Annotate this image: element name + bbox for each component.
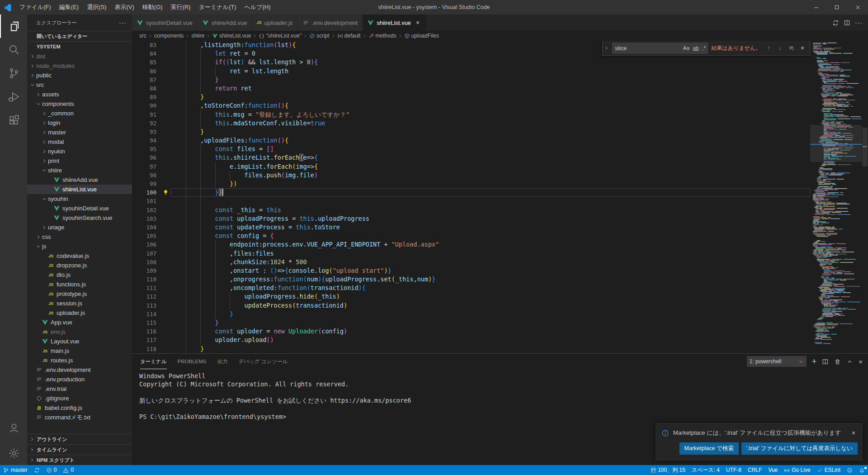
breadcrumb-components[interactable]: components bbox=[154, 33, 184, 39]
tree-item-syouhinDetail.vue[interactable]: syouhinDetail.vue bbox=[27, 204, 132, 213]
code-line-95[interactable]: 95 const files = [] bbox=[132, 145, 810, 153]
close-panel-icon[interactable]: × bbox=[859, 358, 863, 365]
code-line-87[interactable]: 87 } bbox=[132, 76, 810, 84]
tree-item-print[interactable]: print bbox=[27, 156, 132, 166]
sidebar-section-0[interactable]: アウトライン bbox=[27, 434, 132, 444]
tab-uploader.js[interactable]: JS uploader.js bbox=[252, 14, 297, 31]
tree-item-assets[interactable]: assets bbox=[27, 90, 132, 99]
code-line-89[interactable]: 89 } bbox=[132, 93, 810, 101]
tree-item-.env.development[interactable]: .env.development bbox=[27, 365, 132, 375]
tree-item-routes.js[interactable]: JSroutes.js bbox=[27, 356, 132, 365]
sync-editors-icon[interactable] bbox=[832, 19, 839, 26]
encoding[interactable]: UTF-8 bbox=[723, 465, 745, 475]
warnings-count[interactable]: 0 bbox=[60, 465, 77, 475]
sync-status[interactable] bbox=[31, 465, 43, 475]
editor-more-actions-icon[interactable]: ··· bbox=[855, 19, 863, 26]
match-case-toggle[interactable]: Aa bbox=[682, 45, 691, 51]
tree-item-.env.trial[interactable]: .env.trial bbox=[27, 384, 132, 394]
tree-item-dist[interactable]: dist bbox=[27, 52, 132, 61]
tree-item-js[interactable]: js bbox=[27, 242, 132, 251]
tree-item-prototype.js[interactable]: JSprototype.js bbox=[27, 289, 132, 299]
tree-item-public[interactable]: public bbox=[27, 71, 132, 80]
sidebar-section-2[interactable]: NPM スクリプト bbox=[27, 455, 132, 465]
code-line-102[interactable]: 102 const _this = this bbox=[132, 206, 810, 214]
code-line-112[interactable]: 112 uploadProgress.hide(_this) bbox=[132, 292, 810, 301]
tree-item-syouhinSearch.vue[interactable]: syouhinSearch.vue bbox=[27, 213, 132, 223]
code-line-118[interactable]: 118 } bbox=[132, 345, 810, 353]
tree-item-master[interactable]: master bbox=[27, 128, 132, 137]
code-line-99[interactable]: 99 }) bbox=[132, 180, 810, 188]
tree-item-login[interactable]: login bbox=[27, 118, 132, 128]
code-line-93[interactable]: 93 } bbox=[132, 128, 810, 136]
tree-item-.env.production[interactable]: .env.production bbox=[27, 375, 132, 384]
code-line-116[interactable]: 116 const uploder = new Uploader(config) bbox=[132, 327, 810, 336]
code-line-90[interactable]: 90 ,toStoreConf:function(){ bbox=[132, 101, 810, 110]
activity-account[interactable] bbox=[0, 416, 27, 440]
breadcrumb-script[interactable]: script bbox=[309, 33, 330, 39]
explorer-more-actions-icon[interactable]: ··· bbox=[119, 19, 127, 26]
code-line-91[interactable]: 91 this.msg = "登録します。よろしいですか？" bbox=[132, 110, 810, 119]
menu-item-4[interactable]: 移動(G) bbox=[138, 0, 167, 14]
close-find-icon[interactable]: × bbox=[798, 43, 807, 52]
code-editor[interactable]: 83 ,listLength:function(lst){ 84 let ret… bbox=[132, 41, 868, 353]
sidebar-section-1[interactable]: タイムライン bbox=[27, 444, 132, 455]
menu-item-2[interactable]: 選択(S) bbox=[83, 0, 110, 14]
kill-terminal-icon[interactable] bbox=[834, 358, 841, 365]
root-folder-section[interactable]: YSYSTEM bbox=[27, 41, 132, 52]
code-line-105[interactable]: 105 const config = { bbox=[132, 232, 810, 240]
code-line-104[interactable]: 104 const updateProcess = this.toStore bbox=[132, 223, 810, 232]
panel-tab-出力[interactable]: 出力 bbox=[217, 354, 228, 369]
menu-item-3[interactable]: 表示(V) bbox=[111, 0, 138, 14]
code-line-108[interactable]: 108 ,chunkSize:1024 * 500 bbox=[132, 258, 810, 266]
activity-search[interactable] bbox=[0, 38, 27, 62]
tree-item-modal[interactable]: modal bbox=[27, 137, 132, 147]
split-editor-icon[interactable] bbox=[844, 19, 850, 26]
activity-run-debug[interactable] bbox=[0, 85, 27, 109]
cursor-position[interactable]: 行 100、列 15 bbox=[648, 465, 689, 475]
new-terminal-icon[interactable]: + bbox=[812, 357, 817, 366]
tree-item-.gitignore[interactable]: .gitignore bbox=[27, 394, 132, 403]
code-line-114[interactable]: 114 } bbox=[132, 310, 810, 318]
tree-item-commandメモ.txt[interactable]: commandメモ.txt bbox=[27, 413, 132, 422]
indentation[interactable]: スペース: 4 bbox=[689, 465, 723, 475]
split-terminal-icon[interactable] bbox=[822, 358, 829, 365]
dont-show-again-button[interactable]: '.trial' ファイルに対しては再度表示しない bbox=[741, 442, 858, 455]
find-in-selection-icon[interactable] bbox=[787, 43, 796, 52]
code-line-98[interactable]: 98 files.push(img.file) bbox=[132, 171, 810, 180]
terminal-shell-select[interactable]: 1: powershell bbox=[747, 356, 807, 367]
tab-shiireList.vue[interactable]: shiireList.vue × bbox=[363, 14, 427, 31]
tree-item-babel.config.js[interactable]: Bbabel.config.js bbox=[27, 403, 132, 413]
code-line-96[interactable]: 96 this.shiireList.forEach(e=>{ bbox=[132, 153, 810, 162]
tree-item-shiire[interactable]: shiire bbox=[27, 166, 132, 175]
tree-item-components[interactable]: components bbox=[27, 99, 132, 109]
language-mode[interactable]: Vue bbox=[765, 465, 781, 475]
tree-item-env.js[interactable]: JSenv.js bbox=[27, 327, 132, 337]
close-tab-icon[interactable]: × bbox=[414, 19, 422, 27]
close-notification-icon[interactable]: × bbox=[849, 429, 858, 437]
feedback[interactable] bbox=[844, 465, 856, 475]
panel-tab-ターミナル[interactable]: ターミナル bbox=[140, 354, 167, 369]
tree-item-functions.js[interactable]: JSfunctions.js bbox=[27, 280, 132, 289]
tree-item-dto.js[interactable]: JSdto.js bbox=[27, 270, 132, 280]
tree-item-uriage[interactable]: uriage bbox=[27, 223, 132, 232]
code-line-103[interactable]: 103 const uploadProgress = this.uploadPr… bbox=[132, 214, 810, 223]
menu-item-7[interactable]: ヘルプ(H) bbox=[241, 0, 275, 14]
code-line-101[interactable]: 101 bbox=[132, 197, 810, 205]
tree-item-syouhin[interactable]: syouhin bbox=[27, 194, 132, 204]
minimize-button[interactable] bbox=[806, 0, 826, 14]
tab-shiireAdd.vue[interactable]: shiireAdd.vue bbox=[198, 14, 252, 31]
close-button[interactable] bbox=[847, 0, 868, 14]
code-line-106[interactable]: 106 endpoint:process.env.VUE_APP_API_END… bbox=[132, 240, 810, 249]
regex-toggle[interactable]: .* bbox=[701, 45, 708, 51]
menu-item-5[interactable]: 実行(R) bbox=[167, 0, 195, 14]
breadcrumb-shiireList.vue[interactable]: {}"shiireList.vue" bbox=[259, 33, 302, 39]
code-line-88[interactable]: 88 return ret bbox=[132, 84, 810, 93]
code-line-107[interactable]: 107 ,files:files bbox=[132, 249, 810, 258]
minimap[interactable] bbox=[810, 41, 862, 353]
tree-item-css[interactable]: css bbox=[27, 232, 132, 242]
tab-.env.development[interactable]: .env.development bbox=[298, 14, 363, 31]
code-line-86[interactable]: 86 ret = lst.length bbox=[132, 67, 810, 76]
panel-tab-PROBLEMS[interactable]: PROBLEMS bbox=[178, 354, 207, 369]
code-line-92[interactable]: 92 this.mdaStoreConf.visible=true bbox=[132, 119, 810, 128]
notifications-bell[interactable] bbox=[856, 465, 868, 475]
